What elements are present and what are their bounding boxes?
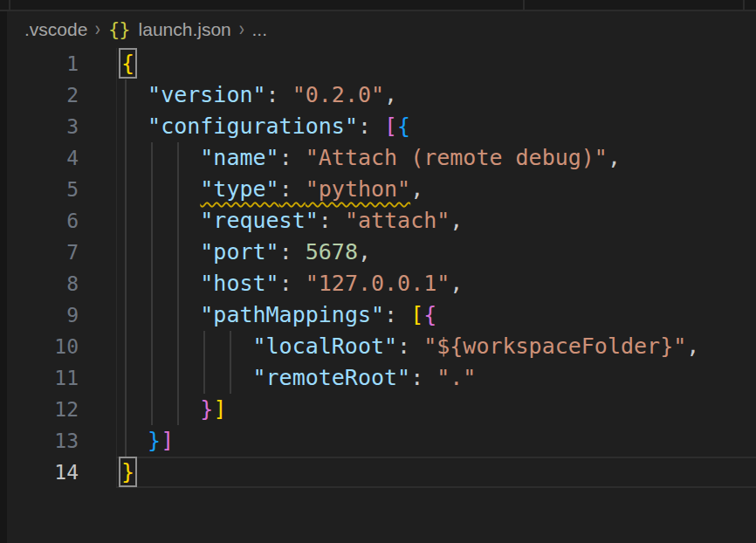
code-token: : — [279, 239, 306, 265]
code-token: ] — [213, 396, 226, 422]
code-token: "localRoot" — [253, 333, 398, 359]
code-token: [ — [410, 302, 423, 327]
code-line-9[interactable]: 9 "pathMappings": [{ — [0, 299, 756, 331]
code-token — [121, 271, 200, 296]
chevron-right-icon: › — [95, 17, 100, 41]
warning-squiggle-token: "type": "python" — [200, 176, 410, 202]
code-token: "attach" — [345, 208, 450, 233]
code-token: "Attach (remote debug)" — [306, 145, 608, 170]
code-token: ] — [161, 428, 174, 453]
line-number: 9 — [7, 299, 79, 331]
line-number: 13 — [7, 425, 79, 457]
code-line-3[interactable]: 3 "configurations": [{ — [0, 111, 756, 142]
code-line-content: "name": "Attach (remote debug)", — [121, 142, 621, 174]
code-line-content: "version": "0.2.0", — [121, 79, 397, 111]
code-token: "port" — [200, 239, 278, 265]
tab-bar-bottom-strip — [0, 0, 756, 11]
code-token: : — [279, 145, 306, 170]
code-line-13[interactable]: 13 }] — [0, 425, 756, 457]
code-token: : — [266, 82, 292, 107]
code-token: : — [279, 271, 306, 296]
code-token: "type" — [200, 176, 278, 202]
code-token: , — [450, 208, 463, 233]
code-line-8[interactable]: 8 "host": "127.0.0.1", — [0, 268, 756, 299]
line-number: 8 — [7, 268, 79, 299]
code-line-6[interactable]: 6 "request": "attach", — [0, 205, 756, 237]
code-token: : — [384, 302, 410, 327]
code-token: , — [410, 176, 423, 202]
code-token: "request" — [200, 208, 318, 233]
code-token: } — [200, 396, 213, 422]
code-token: : — [358, 113, 384, 139]
code-line-content: "configurations": [{ — [121, 111, 410, 142]
code-line-14[interactable]: 14} — [0, 457, 756, 488]
code-line-7[interactable]: 7 "port": 5678, — [0, 237, 756, 268]
current-line-highlight — [116, 457, 756, 488]
code-line-content: "request": "attach", — [121, 205, 463, 237]
breadcrumb-symbol[interactable]: ... — [251, 19, 267, 40]
code-token: , — [608, 145, 621, 170]
code-line-2[interactable]: 2 "version": "0.2.0", — [0, 79, 756, 111]
line-number: 10 — [7, 331, 79, 362]
code-line-1[interactable]: 1{ — [0, 48, 756, 79]
code-line-10[interactable]: 10 "localRoot": "${workspaceFolder}", — [0, 331, 756, 362]
code-token — [121, 239, 200, 265]
code-token — [121, 145, 200, 170]
code-token — [121, 302, 200, 327]
code-token: , — [384, 82, 397, 107]
code-token: , — [450, 271, 463, 296]
code-token — [121, 365, 253, 390]
code-token: "127.0.0.1" — [306, 271, 450, 296]
line-number: 1 — [7, 48, 79, 79]
line-number: 5 — [7, 174, 79, 205]
line-number: 4 — [7, 142, 79, 174]
tab-divider — [9, 0, 10, 10]
code-token: : — [397, 333, 423, 359]
code-line-11[interactable]: 11 "remoteRoot": "." — [0, 362, 756, 394]
code-line-content: }] — [121, 425, 174, 457]
line-number: 3 — [7, 111, 79, 142]
code-line-content: "localRoot": "${workspaceFolder}", — [121, 331, 699, 362]
code-token: } — [121, 459, 134, 485]
tab-divider — [523, 0, 525, 10]
line-number: 14 — [7, 457, 79, 488]
code-line-content: } — [121, 457, 134, 488]
code-token: { — [423, 302, 436, 327]
breadcrumb-folder[interactable]: .vscode — [24, 19, 87, 40]
code-token — [121, 113, 148, 139]
code-token: "host" — [200, 271, 278, 296]
code-token: } — [148, 428, 161, 453]
code-line-content: "type": "python", — [121, 174, 423, 205]
code-token: "${workspaceFolder}" — [423, 333, 686, 359]
code-token — [121, 208, 200, 233]
code-token — [121, 333, 253, 359]
code-token: "." — [436, 365, 476, 390]
code-token: { — [397, 113, 410, 139]
line-number: 7 — [7, 237, 79, 268]
code-token: [ — [384, 113, 397, 139]
code-token — [121, 428, 148, 453]
code-line-content: "remoteRoot": "." — [121, 362, 476, 394]
code-line-4[interactable]: 4 "name": "Attach (remote debug)", — [0, 142, 756, 174]
code-token: "pathMappings" — [200, 302, 384, 327]
code-line-content: "pathMappings": [{ — [121, 299, 436, 331]
chevron-right-icon: › — [239, 17, 244, 41]
code-line-content: "host": "127.0.0.1", — [121, 268, 463, 299]
code-line-5[interactable]: 5 "type": "python", — [0, 174, 756, 205]
code-line-content: { — [121, 48, 134, 79]
code-token: { — [121, 51, 134, 76]
code-token: : — [410, 365, 436, 390]
code-token — [121, 82, 148, 107]
code-token: "remoteRoot" — [253, 365, 411, 390]
tab-divider — [743, 0, 745, 10]
line-number: 6 — [7, 205, 79, 237]
code-token: "name" — [200, 145, 278, 170]
line-number: 12 — [7, 394, 79, 425]
code-token: "0.2.0" — [292, 82, 384, 107]
code-editor[interactable]: 1{2 "version": "0.2.0",3 "configurations… — [0, 48, 756, 488]
code-token: "configurations" — [148, 113, 358, 139]
code-line-content: "port": 5678, — [121, 237, 371, 268]
code-line-12[interactable]: 12 }] — [0, 394, 756, 425]
breadcrumb-file[interactable]: launch.json — [139, 19, 231, 40]
line-number: 2 — [7, 79, 79, 111]
